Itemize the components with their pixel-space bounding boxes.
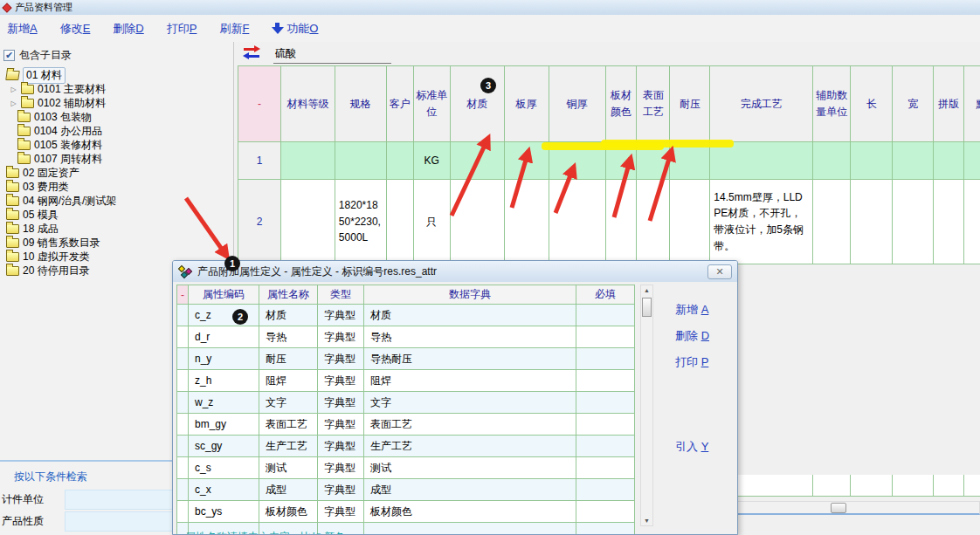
dialog-cell[interactable] — [177, 501, 189, 523]
dialog-cell[interactable] — [576, 414, 635, 436]
dialog-cell[interactable] — [177, 305, 189, 326]
dialog-column-header-2[interactable]: 属性名称 — [259, 285, 318, 305]
dialog-cell[interactable]: 文字 — [364, 392, 576, 414]
sidebar-item-18[interactable]: 18 成品 — [0, 222, 233, 236]
attribute-row-bm_gy[interactable]: bm_gy表面工艺字典型表面工艺 — [177, 414, 635, 436]
search-input[interactable] — [65, 511, 183, 532]
table-cell[interactable] — [637, 142, 670, 180]
dialog-cell[interactable]: 字典型 — [318, 370, 364, 392]
dialog-cell[interactable]: w_z — [189, 392, 259, 414]
table-cell[interactable] — [549, 180, 606, 264]
dialog-close-button[interactable]: ✕ — [707, 264, 732, 279]
dialog-cell[interactable]: 板材颜色 — [364, 501, 576, 523]
dialog-cell[interactable]: 板材颜色 — [259, 501, 318, 523]
dialog-cell[interactable]: 字典型 — [318, 479, 364, 501]
attribute-row-bc_ys[interactable]: bc_ys板材颜色字典型板材颜色 — [177, 501, 635, 523]
table-cell[interactable] — [934, 142, 964, 180]
dialog-column-header-0[interactable]: - — [177, 285, 189, 305]
checkbox-icon[interactable]: ✔ — [3, 50, 15, 61]
table-cell[interactable] — [335, 142, 387, 180]
attribute-row-c_z[interactable]: c_z材质字典型材质 — [177, 305, 635, 326]
dialog-column-header-5[interactable]: 必填 — [576, 285, 635, 305]
table-cell-empty[interactable] — [964, 475, 980, 497]
table-cell-empty[interactable] — [851, 475, 893, 497]
attribute-row-c_x[interactable]: c_x成型字典型成型 — [177, 479, 635, 501]
dialog-cell[interactable]: 成型 — [259, 479, 318, 501]
table-cell[interactable]: 只 — [414, 180, 451, 264]
toolbar-button-P[interactable]: 打印P — [167, 21, 197, 37]
filter-input[interactable]: 硫酸 — [273, 46, 391, 64]
table-cell-empty[interactable] — [893, 475, 934, 497]
table-cell[interactable] — [387, 142, 414, 180]
sidebar-item-0103[interactable]: 0103 包装物 — [0, 110, 233, 124]
column-header-12[interactable]: 辅助数量单位 — [813, 66, 851, 142]
dialog-cell[interactable]: bm_gy — [189, 414, 259, 436]
dialog-cell[interactable] — [177, 457, 189, 479]
dialog-cell[interactable]: sc_gy — [189, 436, 259, 457]
dialog-cell[interactable] — [576, 436, 635, 457]
vertical-scrollbar-thumb[interactable] — [642, 298, 652, 317]
table-cell[interactable]: 2 — [238, 180, 281, 264]
table-cell[interactable] — [281, 180, 335, 264]
dialog-cell[interactable]: 导热 — [259, 326, 318, 348]
dialog-cell[interactable] — [576, 501, 635, 523]
table-cell[interactable] — [893, 180, 934, 264]
column-header-3[interactable]: 客户 — [387, 66, 414, 142]
toolbar-button-F[interactable]: 刷新F — [219, 21, 249, 37]
dialog-cell[interactable] — [177, 414, 189, 436]
dialog-cell[interactable]: 表面工艺 — [259, 414, 318, 436]
horizontal-scrollbar-thumb[interactable] — [831, 503, 846, 513]
sidebar-item-02[interactable]: 02 固定资产 — [0, 166, 233, 180]
dialog-cell[interactable]: d_r — [189, 326, 259, 348]
dialog-cell[interactable] — [177, 326, 189, 348]
dialog-cell[interactable]: 字典型 — [318, 501, 364, 523]
dialog-cell[interactable]: bc_ys — [189, 501, 259, 523]
sidebar-item-0104[interactable]: 0104 办公用品 — [0, 124, 233, 138]
dialog-cell[interactable]: 字典型 — [318, 326, 364, 348]
scroll-down-icon[interactable]: ▼ — [642, 518, 652, 524]
dialog-cell[interactable] — [177, 348, 189, 370]
dialog-cell[interactable]: c_z — [189, 305, 259, 326]
dialog-cell[interactable] — [576, 348, 635, 370]
dialog-cell[interactable]: 材质 — [259, 305, 318, 326]
table-cell-empty[interactable] — [934, 475, 964, 497]
table-cell[interactable] — [851, 142, 893, 180]
dialog-column-header-3[interactable]: 类型 — [318, 285, 364, 305]
column-header-14[interactable]: 宽 — [893, 66, 934, 142]
sidebar-item-0107[interactable]: 0107 周转材料 — [0, 152, 233, 166]
dialog-cell[interactable]: c_s — [189, 457, 259, 479]
table-cell[interactable]: KG — [414, 142, 451, 180]
toolbar-button-O[interactable]: 功能O — [272, 21, 318, 37]
sidebar-item-0105[interactable]: 0105 装修材料 — [0, 138, 233, 152]
expand-icon[interactable]: ▷ — [10, 99, 17, 107]
table-cell[interactable] — [549, 142, 606, 180]
dialog-titlebar[interactable]: 产品附加属性定义 - 属性定义 - 标识编号res.res_attr ✕ — [173, 261, 737, 282]
dialog-cell[interactable]: 阻焊 — [364, 370, 576, 392]
dialog-cell[interactable]: 表面工艺 — [364, 414, 576, 436]
table-cell[interactable]: 14.5mm壁厚，LLDPE材质，不开孔，带液位计，加5条钢带。 — [710, 180, 813, 264]
sidebar-item-09[interactable]: 09 销售系数目录 — [0, 236, 233, 250]
dialog-cell[interactable]: 字典型 — [318, 348, 364, 370]
dialog-cell[interactable]: 测试 — [364, 457, 576, 479]
dialog-cell[interactable]: 字典型 — [318, 436, 364, 457]
column-header-10[interactable]: 耐压 — [670, 66, 710, 142]
table-cell[interactable] — [670, 180, 710, 264]
table-cell[interactable] — [813, 142, 851, 180]
dialog-cell[interactable] — [576, 457, 635, 479]
table-cell[interactable] — [637, 180, 670, 264]
column-header-15[interactable]: 拼版 — [934, 66, 964, 142]
sidebar-item-04[interactable]: 04 钢网/治具/测试架 — [0, 194, 233, 208]
dialog-cell[interactable]: 生产工艺 — [364, 436, 576, 457]
attribute-row-w_z[interactable]: w_z文字字典型文字 — [177, 392, 635, 414]
dialog-cell[interactable] — [177, 436, 189, 457]
dialog-cell[interactable]: 字典型 — [318, 414, 364, 436]
dialog-cell[interactable] — [576, 326, 635, 348]
dialog-button-P[interactable]: 打印 P — [675, 354, 708, 370]
dialog-cell[interactable]: c_x — [189, 479, 259, 501]
column-header-6[interactable]: 板厚 — [505, 66, 549, 142]
attribute-row-z_h[interactable]: z_h阻焊字典型阻焊 — [177, 370, 635, 392]
column-header-7[interactable]: 铜厚 — [549, 66, 606, 142]
table-cell[interactable]: 1820*1850*2230,5000L — [335, 180, 387, 264]
table-cell[interactable] — [893, 142, 934, 180]
dialog-column-header-1[interactable]: 属性编码 — [189, 285, 259, 305]
